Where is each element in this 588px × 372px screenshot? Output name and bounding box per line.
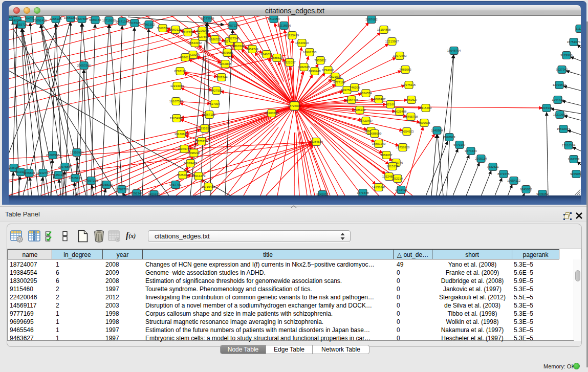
svg-text:12942757: 12942757 — [36, 171, 50, 174]
svg-text:9227342: 9227342 — [556, 68, 568, 71]
svg-text:15720407: 15720407 — [359, 119, 373, 122]
svg-text:7625402: 7625402 — [177, 173, 189, 177]
svg-text:14136141: 14136141 — [372, 186, 386, 189]
svg-text:1527546: 1527546 — [227, 37, 239, 40]
svg-text:1640954: 1640954 — [431, 129, 443, 132]
svg-text:1733426: 1733426 — [395, 188, 407, 191]
svg-text:1167533: 1167533 — [568, 158, 580, 161]
svg-text:7632621: 7632621 — [487, 165, 499, 168]
svg-text:16099489: 16099489 — [184, 162, 198, 165]
svg-text:1527602: 1527602 — [76, 17, 88, 20]
svg-text:1362615: 1362615 — [298, 65, 310, 69]
svg-text:19166825: 19166825 — [175, 133, 188, 136]
svg-text:2718176: 2718176 — [174, 70, 186, 73]
svg-text:20206556: 20206556 — [46, 154, 60, 157]
svg-text:7857224: 7857224 — [227, 24, 239, 27]
svg-text:8427552: 8427552 — [210, 89, 223, 92]
svg-text:20975887: 20975887 — [58, 165, 72, 168]
svg-text:1621072: 1621072 — [329, 75, 341, 78]
svg-text:17975115: 17975115 — [402, 83, 416, 86]
svg-text:9129966: 9129966 — [560, 54, 573, 57]
svg-text:17359924: 17359924 — [70, 151, 84, 154]
svg-text:16154808: 16154808 — [377, 28, 391, 31]
svg-text:9115460: 9115460 — [420, 106, 432, 110]
svg-text:1145194: 1145194 — [53, 173, 65, 177]
svg-text:9084067: 9084067 — [380, 154, 393, 157]
svg-text:3624554: 3624554 — [360, 92, 372, 95]
svg-text:16033809: 16033809 — [201, 17, 214, 20]
svg-text:16961758: 16961758 — [303, 51, 317, 54]
svg-text:252214: 252214 — [393, 177, 403, 180]
svg-text:10654112: 10654112 — [507, 179, 521, 182]
svg-text:62160: 62160 — [386, 103, 395, 106]
svg-text:10025488: 10025488 — [393, 110, 407, 113]
svg-text:8322037: 8322037 — [284, 61, 296, 64]
svg-text:17016504: 17016504 — [562, 144, 576, 147]
svg-text:10973493: 10973493 — [393, 54, 407, 57]
svg-text:2055724: 2055724 — [15, 23, 28, 26]
svg-text:19654985: 19654985 — [170, 117, 184, 120]
svg-text:16648764: 16648764 — [447, 49, 461, 52]
svg-text:2935114: 2935114 — [475, 157, 488, 160]
svg-text:20364436: 20364436 — [345, 98, 359, 101]
svg-text:16671355: 16671355 — [116, 20, 129, 23]
svg-text:9146821: 9146821 — [260, 53, 273, 56]
svg-text:15716485: 15716485 — [202, 185, 215, 188]
svg-text:16046788: 16046788 — [178, 147, 191, 150]
svg-text:15751074: 15751074 — [567, 40, 581, 43]
svg-text:19756928: 19756928 — [396, 146, 410, 149]
svg-text:7485063: 7485063 — [399, 68, 411, 71]
svg-text:10688609: 10688609 — [368, 132, 382, 135]
svg-text:8912954: 8912954 — [182, 31, 194, 34]
svg-text:8215938: 8215938 — [540, 106, 553, 110]
svg-text:1156829: 1156829 — [24, 171, 36, 174]
svg-text:1615132: 1615132 — [386, 165, 399, 168]
svg-text:20091406: 20091406 — [33, 19, 47, 22]
svg-text:11123: 11123 — [576, 27, 581, 30]
svg-text:9474444: 9474444 — [465, 149, 477, 152]
svg-text:16210643: 16210643 — [553, 113, 567, 116]
svg-text:1498222: 1498222 — [188, 151, 200, 155]
svg-text:8267110: 8267110 — [204, 113, 216, 116]
svg-text:989612: 989612 — [180, 56, 191, 59]
svg-text:9242848: 9242848 — [219, 62, 231, 65]
svg-text:3875685: 3875685 — [221, 51, 233, 54]
svg-text:10958107: 10958107 — [100, 183, 114, 186]
svg-text:7663822: 7663822 — [157, 27, 169, 30]
svg-text:20053346: 20053346 — [77, 64, 91, 67]
svg-text:16495758: 16495758 — [404, 115, 418, 118]
svg-text:10719185: 10719185 — [102, 19, 116, 22]
svg-text:6794040: 6794040 — [322, 69, 334, 72]
svg-text:18807249: 18807249 — [372, 142, 386, 145]
svg-text:8938923: 8938923 — [443, 136, 455, 139]
svg-text:8471676: 8471676 — [497, 172, 510, 176]
svg-text:8454749: 8454749 — [246, 48, 258, 51]
svg-text:8813054: 8813054 — [268, 17, 280, 20]
svg-text:15226058: 15226058 — [195, 29, 209, 32]
svg-text:15692971: 15692971 — [557, 127, 571, 130]
svg-text:12213389: 12213389 — [170, 84, 184, 87]
svg-text:18724007: 18724007 — [288, 104, 301, 107]
svg-text:9245052: 9245052 — [520, 188, 532, 191]
svg-text:12093822: 12093822 — [553, 83, 567, 86]
svg-text:10807487: 10807487 — [372, 98, 386, 101]
svg-text:12213967: 12213967 — [385, 40, 399, 43]
svg-text:9463627: 9463627 — [405, 98, 418, 101]
svg-text:7955812: 7955812 — [314, 59, 326, 62]
svg-text:9245052: 9245052 — [570, 172, 581, 176]
svg-text:6466160: 6466160 — [89, 18, 101, 21]
svg-text:16782759: 16782759 — [115, 188, 129, 191]
svg-text:19218596: 19218596 — [277, 24, 291, 27]
svg-text:8878334: 8878334 — [195, 140, 208, 143]
svg-text:6479197: 6479197 — [453, 143, 466, 146]
svg-text:16640910: 16640910 — [295, 41, 309, 45]
svg-text:16543362: 16543362 — [188, 41, 202, 45]
svg-text:11325419: 11325419 — [286, 34, 299, 37]
svg-text:12505125: 12505125 — [69, 177, 82, 180]
svg-text:2867608: 2867608 — [232, 45, 245, 48]
svg-text:9327500: 9327500 — [197, 35, 209, 38]
svg-text:16914479: 16914479 — [192, 174, 206, 178]
svg-text:1935359: 1935359 — [199, 127, 211, 130]
svg-text:7661552: 7661552 — [143, 23, 155, 26]
svg-text:19384554: 19384554 — [310, 140, 323, 143]
